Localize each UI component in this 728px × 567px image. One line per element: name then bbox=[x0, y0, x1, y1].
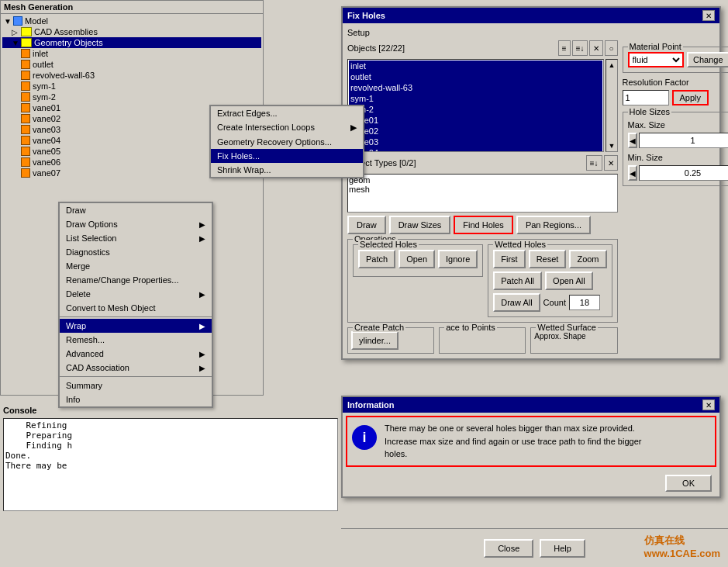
ignore-button[interactable]: Ignore bbox=[438, 250, 478, 268]
patch-all-button[interactable]: Patch All bbox=[493, 271, 542, 290]
max-size-input[interactable] bbox=[639, 133, 728, 148]
draw-button[interactable]: Draw bbox=[347, 216, 386, 234]
tree-item-vane03-label: vane03 bbox=[33, 125, 60, 134]
menu-item-info[interactable]: Info bbox=[60, 392, 212, 406]
outlet-icon bbox=[21, 60, 30, 69]
open-button[interactable]: Open bbox=[399, 250, 435, 268]
count-input[interactable] bbox=[569, 295, 600, 310]
tree-item-sym1[interactable]: sym-1 bbox=[2, 81, 261, 92]
scroll-up[interactable]: ▲ bbox=[606, 60, 616, 71]
cylinder-button[interactable]: ylinder... bbox=[351, 331, 399, 350]
objects-row: Objects [22/22] ≡ ≡↓ ✕ ○ bbox=[347, 40, 618, 56]
fix-holes-close-button[interactable]: ✕ bbox=[702, 10, 715, 21]
obj-type-btn-1[interactable]: ≡↓ bbox=[586, 155, 602, 171]
find-holes-button[interactable]: Find Holes bbox=[454, 216, 513, 234]
draw-sizes-button[interactable]: Draw Sizes bbox=[389, 216, 451, 234]
vane02-icon bbox=[21, 114, 30, 123]
scroll-down[interactable]: ▼ bbox=[606, 140, 616, 151]
menu-item-convert[interactable]: Convert to Mesh Object bbox=[60, 301, 212, 315]
list-item-vane04[interactable]: vane04 bbox=[349, 147, 602, 152]
menu-item-wrap[interactable]: Wrap ▶ bbox=[60, 319, 212, 333]
list-item-sym2[interactable]: sym-2 bbox=[349, 104, 602, 115]
tree-item-sym2[interactable]: sym-2 bbox=[2, 92, 261, 102]
list-item-vane01[interactable]: vane01 bbox=[349, 115, 602, 126]
tree-item-geometry-objects[interactable]: ▼ Geometry Objects bbox=[2, 37, 261, 48]
list-item-revolved[interactable]: revolved-wall-63 bbox=[349, 82, 602, 93]
arrow-icon: ▶ bbox=[199, 220, 205, 229]
ok-button[interactable]: OK bbox=[665, 475, 712, 492]
menu-item-merge[interactable]: Merge bbox=[60, 259, 212, 273]
tree-item-revolved-wall[interactable]: revolved-wall-63 bbox=[2, 70, 261, 81]
submenu-extract-edges[interactable]: Extract Edges... bbox=[211, 106, 363, 120]
toolbar-btn-radio[interactable]: ○ bbox=[605, 40, 617, 56]
objects-scrollbar[interactable]: ▲ ▼ bbox=[606, 59, 617, 152]
menu-item-draw[interactable]: Draw bbox=[60, 203, 212, 217]
submenu-fix-holes[interactable]: Fix Holes... bbox=[211, 149, 363, 163]
menu-item-diagnostics[interactable]: Diagnostics bbox=[60, 245, 212, 259]
action-buttons-row: Draw Draw Sizes Find Holes Pan Regions..… bbox=[347, 216, 618, 234]
arrow-icon: ▶ bbox=[199, 290, 205, 299]
max-decrement-button[interactable]: ◀ bbox=[628, 133, 637, 148]
fix-holes-title: Fix Holes bbox=[347, 11, 385, 20]
tree-item-outlet[interactable]: outlet bbox=[2, 59, 261, 70]
watermark-line1: 仿真在线 bbox=[644, 534, 720, 548]
obj-types-row: Object Types [0/2] ≡↓ ✕ bbox=[347, 155, 618, 171]
change-button[interactable]: Change bbox=[687, 52, 728, 67]
type-geom[interactable]: geom bbox=[349, 175, 616, 185]
toolbar-btn-2[interactable]: ≡↓ bbox=[572, 40, 588, 56]
list-item-sym1[interactable]: sym-1 bbox=[349, 93, 602, 104]
list-item-vane03[interactable]: vane03 bbox=[349, 137, 602, 147]
menu-item-summary[interactable]: Summary bbox=[60, 379, 212, 392]
list-item-outlet[interactable]: outlet bbox=[349, 71, 602, 82]
apply-button[interactable]: Apply bbox=[672, 90, 709, 105]
resolution-factor-group: Resolution Factor Apply bbox=[623, 78, 728, 105]
submenu-create-intersection[interactable]: Create Intersection Loops ▶ bbox=[211, 120, 363, 135]
menu-item-remesh[interactable]: Remesh... bbox=[60, 333, 212, 347]
close-button[interactable]: Close bbox=[484, 539, 533, 558]
obj-types-list[interactable]: geom mesh bbox=[347, 174, 618, 213]
list-item-inlet[interactable]: inlet bbox=[349, 61, 602, 71]
menu-item-rename[interactable]: Rename/Change Properties... bbox=[60, 273, 212, 287]
info-message: There may be one or several holes bigger… bbox=[385, 422, 641, 461]
submenu-geometry-recovery[interactable]: Geometry Recovery Options... bbox=[211, 135, 363, 149]
draw-all-button[interactable]: Draw All bbox=[493, 293, 540, 312]
tree-item-model[interactable]: ▼ Model bbox=[2, 16, 261, 26]
first-button[interactable]: First bbox=[493, 250, 525, 268]
vane05-icon bbox=[21, 147, 30, 156]
resolution-input[interactable] bbox=[623, 90, 669, 105]
info-close-button[interactable]: ✕ bbox=[702, 399, 715, 410]
type-mesh[interactable]: mesh bbox=[349, 185, 616, 194]
material-select[interactable]: fluid bbox=[628, 52, 684, 67]
tree-item-cad-assemblies[interactable]: ▷ CAD Assemblies bbox=[2, 26, 261, 37]
obj-type-btn-2[interactable]: ✕ bbox=[604, 155, 618, 171]
zoom-button[interactable]: Zoom bbox=[569, 250, 606, 268]
watermark-line2: www.1CAE.com bbox=[644, 548, 720, 559]
toolbar-btn-3[interactable]: ✕ bbox=[589, 40, 603, 56]
tree-item-inlet[interactable]: inlet bbox=[2, 48, 261, 59]
menu-item-advanced[interactable]: Advanced ▶ bbox=[60, 347, 212, 361]
reset-button[interactable]: Reset bbox=[529, 250, 567, 268]
objects-list[interactable]: inlet outlet revolved-wall-63 sym-1 sym-… bbox=[347, 59, 604, 152]
sym2-icon bbox=[21, 92, 30, 102]
submenu-shrink-wrap[interactable]: Shrink Wrap... bbox=[211, 163, 363, 177]
list-item-vane02[interactable]: vane02 bbox=[349, 126, 602, 137]
pan-regions-button[interactable]: Pan Regions... bbox=[516, 216, 591, 234]
menu-item-list-selection[interactable]: List Selection ▶ bbox=[60, 231, 212, 245]
wetted-holes-label: Wetted Holes bbox=[493, 240, 547, 249]
arrow-icon: ▶ bbox=[199, 322, 205, 330]
tree-item-outlet-label: outlet bbox=[33, 60, 53, 69]
open-all-button[interactable]: Open All bbox=[545, 271, 593, 290]
tree-item-vane02-label: vane02 bbox=[33, 114, 60, 123]
menu-item-cad-association[interactable]: CAD Association ▶ bbox=[60, 361, 212, 375]
menu-item-draw-options[interactable]: Draw Options ▶ bbox=[60, 217, 212, 231]
patch-button[interactable]: Patch bbox=[358, 250, 395, 268]
fh-left: Objects [22/22] ≡ ≡↓ ✕ ○ inlet outlet re… bbox=[347, 40, 618, 354]
min-size-input[interactable] bbox=[639, 165, 728, 181]
help-button[interactable]: Help bbox=[540, 539, 585, 558]
wetted-holes-btn-row2: Patch All Open All bbox=[493, 271, 606, 290]
toolbar-btn-1[interactable]: ≡ bbox=[558, 40, 571, 56]
arrow-icon: ▶ bbox=[350, 123, 357, 133]
min-decrement-button[interactable]: ◀ bbox=[628, 165, 637, 181]
menu-item-delete[interactable]: Delete ▶ bbox=[60, 287, 212, 301]
tree-item-sym1-label: sym-1 bbox=[33, 81, 56, 91]
